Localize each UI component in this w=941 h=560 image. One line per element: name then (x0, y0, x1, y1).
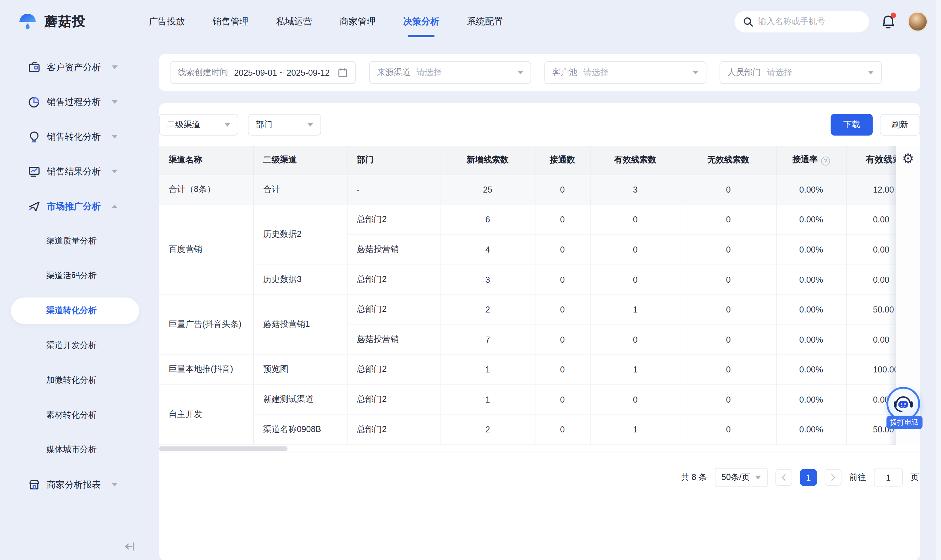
sidebar-group-3[interactable]: 销售转化分析 (0, 119, 147, 154)
table-cell: 0 (590, 205, 681, 235)
brand-name: 蘑菇投 (45, 13, 86, 31)
table-cell: 0 (535, 205, 590, 235)
top-nav-item-5[interactable]: 决策分析 (404, 16, 439, 27)
column-header-label: 部门 (357, 155, 374, 165)
filter-select-3[interactable]: 人员部门请选择 (719, 61, 882, 84)
table-cell: 0 (590, 385, 681, 415)
table-cell: 0.00% (776, 205, 847, 235)
table-cell: 1 (590, 354, 681, 385)
table-cell: 0 (535, 265, 590, 295)
top-nav-item-4[interactable]: 商家管理 (340, 16, 376, 27)
page-size-select[interactable]: 50条/页 (715, 468, 768, 487)
filter-label: 人员部门 (727, 67, 761, 78)
table-cell: 0 (535, 234, 590, 265)
table-cell: 蘑菇投营销 (347, 234, 440, 265)
sidebar-group-6[interactable]: 商家分析报表 (0, 467, 147, 502)
table-cell: 历史数据2 (253, 205, 347, 265)
global-search-input[interactable]: 输入名称或手机号 (735, 11, 869, 32)
department-select-value: 部门 (256, 119, 273, 130)
sidebar-group-label: 客户资产分析 (47, 62, 101, 73)
question-circle-icon[interactable]: ? (821, 157, 830, 166)
chevron-right-icon (830, 474, 836, 481)
user-avatar[interactable] (907, 11, 928, 32)
column-settings-gear-icon[interactable]: ⚙ (902, 152, 914, 165)
page-unit-label: 页 (910, 472, 919, 483)
table-cell: 总部门2 (347, 205, 440, 235)
table-cell: 0 (535, 174, 590, 205)
table-cell: 总部门2 (347, 294, 440, 325)
filter-bar: 线索创建时间 2025-09-01 ~ 2025-09-12 来源渠道请选择客户… (159, 54, 920, 91)
top-nav: 广告投放销售管理私域运营商家管理决策分析系统配置 (149, 16, 503, 27)
sidebar-item-5[interactable]: 加微转化分析 (0, 363, 147, 398)
refresh-button[interactable]: 刷新 (880, 114, 920, 135)
top-nav-item-1[interactable]: 广告投放 (149, 16, 185, 27)
sidebar-item-1[interactable]: 渠道质量分析 (0, 224, 147, 258)
chevron-down-icon (755, 475, 761, 479)
secondary-channel-select[interactable]: 二级渠道 (159, 114, 238, 135)
calendar-icon (337, 67, 348, 78)
sidebar-item-label: 加微转化分析 (46, 375, 97, 386)
table-cell: 25 (440, 174, 535, 205)
date-range-filter[interactable]: 线索创建时间 2025-09-01 ~ 2025-09-12 (170, 61, 356, 84)
sidebar-item-7[interactable]: 媒体城市分析 (0, 432, 147, 467)
chevron-down-icon (868, 71, 874, 74)
assistant-call-label[interactable]: 拨打电话 (886, 415, 922, 429)
filter-select-1[interactable]: 来源渠道请选择 (369, 61, 531, 84)
table-cell: 0 (681, 354, 776, 385)
column-header-4: 新增线索数 (440, 146, 535, 174)
goto-page-input[interactable] (874, 468, 903, 486)
table-cell: 0 (681, 385, 776, 415)
date-filter-label: 线索创建时间 (178, 67, 228, 78)
column-header-label: 渠道名称 (169, 155, 202, 165)
horizontal-scrollbar-thumb[interactable] (159, 446, 288, 451)
table-cell: 4 (440, 234, 535, 265)
sidebar-group-5[interactable]: 市场推广分析 (0, 189, 147, 224)
table-row: 历史数据3总部门230000.00%0.00 (159, 265, 919, 295)
sidebar-group-2[interactable]: 销售过程分析 (0, 85, 147, 120)
toolbar-buttons: 下载 刷新 (831, 114, 920, 135)
table-cell: 0 (681, 234, 776, 265)
column-header-6: 有效线索数 (590, 146, 681, 174)
top-nav-item-2[interactable]: 销售管理 (213, 16, 248, 27)
chevron-down-icon (307, 123, 313, 126)
top-nav-item-3[interactable]: 私域运营 (276, 16, 312, 27)
table-cell: 0.00% (776, 415, 847, 445)
table-row: 巨量本地推(抖音)预览图总部门210100.00%100.00 (159, 354, 919, 385)
sidebar-group-label: 市场推广分析 (47, 201, 101, 212)
column-header-label: 接通率 (793, 154, 818, 164)
table-cell: 蘑菇投营销1 (253, 294, 347, 354)
table-cell: 1 (440, 385, 535, 415)
sidebar-item-2[interactable]: 渠道活码分析 (0, 258, 147, 294)
sidebar-item-3[interactable]: 渠道转化分析 (0, 294, 147, 328)
column-header-7: 无效线索数 (681, 146, 776, 174)
table-cell: 1 (590, 415, 681, 445)
sidebar-item-label: 渠道开发分析 (46, 340, 97, 351)
horizontal-scrollbar (159, 445, 919, 452)
table-cell: 0 (681, 415, 776, 445)
department-select[interactable]: 部门 (248, 114, 321, 135)
page-scrollbar[interactable] (936, 0, 941, 560)
notification-badge (891, 13, 896, 18)
sidebar-item-6[interactable]: 素材转化分析 (0, 398, 147, 432)
app-root: 蘑菇投 广告投放销售管理私域运营商家管理决策分析系统配置 输入名称或手机号 客户… (0, 0, 941, 560)
current-page-button[interactable]: 1 (800, 469, 817, 486)
download-button[interactable]: 下载 (831, 114, 873, 135)
table-cell: 0 (681, 205, 776, 235)
next-page-button[interactable] (825, 469, 841, 486)
sidebar-group-4[interactable]: 销售结果分析 (0, 154, 147, 189)
prev-page-button[interactable] (775, 469, 792, 486)
top-nav-item-6[interactable]: 系统配置 (467, 16, 503, 27)
sidebar-item-label: 媒体城市分析 (46, 445, 97, 455)
notification-bell[interactable] (881, 14, 895, 29)
table-cell: 0 (681, 265, 776, 295)
table-cell: 6 (440, 205, 535, 235)
sidebar-item-4[interactable]: 渠道开发分析 (0, 328, 147, 363)
sidebar-group-1[interactable]: 客户资产分析 (0, 50, 147, 85)
table-cell: 蘑菇投营销 (347, 325, 440, 355)
table-cell: 历史数据3 (253, 265, 347, 295)
pie-chart-icon (28, 95, 40, 109)
collapse-arrow-icon (123, 540, 136, 553)
collapse-sidebar-button[interactable] (123, 540, 136, 553)
table-cell: 百度营销 (159, 205, 253, 295)
filter-select-2[interactable]: 客户池请选择 (544, 61, 707, 84)
